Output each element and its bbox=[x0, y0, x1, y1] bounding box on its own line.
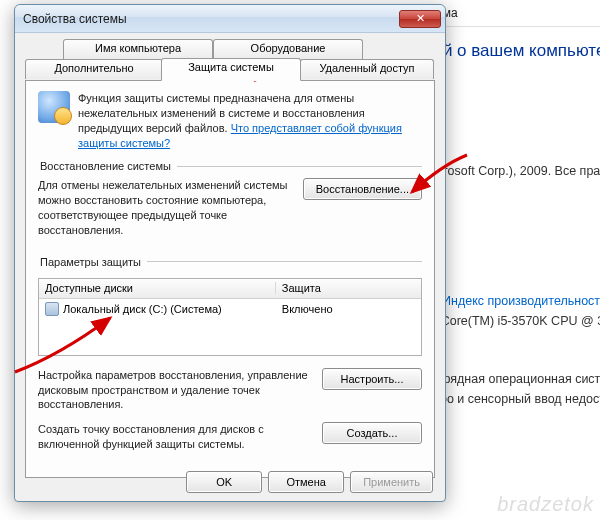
col-available-drives: Доступные диски bbox=[39, 282, 276, 294]
shield-restore-icon bbox=[38, 91, 70, 123]
button-label: Применить bbox=[363, 476, 420, 488]
col-protection: Защита bbox=[276, 282, 421, 294]
tab-system-protection[interactable]: Защита системы bbox=[161, 58, 301, 81]
tab-computer-name[interactable]: Имя компьютера bbox=[63, 39, 213, 59]
system-restore-button[interactable]: Восстановление... bbox=[303, 178, 422, 200]
intro-block: Функция защиты системы предназначена для… bbox=[38, 91, 422, 150]
close-icon: ✕ bbox=[416, 12, 425, 25]
performance-label: Индекс производительности W bbox=[442, 294, 600, 308]
dialog-body: Имя компьютера Оборудование Дополнительн… bbox=[15, 33, 445, 478]
bg-cpu: R) Core(TM) i5-3570K CPU @ 3.40 bbox=[424, 311, 600, 331]
restore-description: Для отмены нежелательных изменений систе… bbox=[38, 178, 293, 237]
drive-name: Локальный диск (C:) (Система) bbox=[63, 303, 222, 315]
tab-advanced[interactable]: Дополнительно bbox=[25, 59, 163, 79]
bg-pen-touch: Перо и сенсорный ввод недоступны bbox=[424, 389, 600, 409]
tab-label: Удаленный доступ bbox=[319, 62, 414, 74]
dialog-title: Свойства системы bbox=[23, 12, 399, 26]
tab-hardware[interactable]: Оборудование bbox=[213, 39, 363, 59]
disk-icon bbox=[45, 302, 59, 316]
protection-settings-legend: Параметры защиты bbox=[38, 256, 147, 268]
system-restore-legend: Восстановление системы bbox=[38, 160, 177, 172]
cancel-button[interactable]: Отмена bbox=[268, 471, 344, 493]
watermark: bradzetok bbox=[497, 493, 594, 516]
configure-button[interactable]: Настроить... bbox=[322, 368, 422, 390]
button-label: Восстановление... bbox=[316, 183, 409, 195]
performance-index-link[interactable]: Индекс производительности W bbox=[424, 291, 600, 311]
tab-strip: Имя компьютера Оборудование Дополнительн… bbox=[25, 39, 435, 81]
system-properties-dialog: Свойства системы ✕ Имя компьютера Оборуд… bbox=[14, 4, 446, 502]
button-label: Отмена bbox=[286, 476, 325, 488]
drive-list-header: Доступные диски Защита bbox=[39, 279, 421, 299]
dialog-action-bar: OK Отмена Применить bbox=[15, 471, 445, 493]
tab-label: Дополнительно bbox=[54, 62, 133, 74]
button-label: Создать... bbox=[347, 427, 398, 439]
tab-label: Имя компьютера bbox=[95, 42, 181, 54]
ok-button[interactable]: OK bbox=[186, 471, 262, 493]
create-restore-point-button[interactable]: Создать... bbox=[322, 422, 422, 444]
tab-label: Защита системы bbox=[188, 61, 274, 73]
bg-ram: ГБ bbox=[424, 331, 600, 351]
drive-protection-status: Включено bbox=[276, 303, 421, 315]
configure-description: Настройка параметров восстановления, упр… bbox=[38, 368, 312, 413]
protection-settings-group: Параметры защиты Доступные диски Защита … bbox=[38, 256, 422, 452]
button-label: Настроить... bbox=[341, 373, 404, 385]
create-description: Создать точку восстановления для дисков … bbox=[38, 422, 312, 452]
apply-button: Применить bbox=[350, 471, 433, 493]
tab-label: Оборудование bbox=[251, 42, 326, 54]
close-button[interactable]: ✕ bbox=[399, 10, 441, 28]
drive-list[interactable]: Доступные диски Защита Локальный диск (C… bbox=[38, 278, 422, 356]
tab-panel-system-protection: Функция защиты системы предназначена для… bbox=[25, 80, 435, 478]
system-restore-group: Восстановление системы Для отмены нежела… bbox=[38, 160, 422, 237]
intro-text: Функция защиты системы предназначена для… bbox=[78, 91, 422, 150]
button-label: OK bbox=[216, 476, 232, 488]
bg-copyright: Microsoft Corp.), 2009. Все права за bbox=[424, 161, 600, 181]
titlebar[interactable]: Свойства системы ✕ bbox=[15, 5, 445, 33]
tab-remote[interactable]: Удаленный доступ bbox=[300, 59, 434, 79]
table-row[interactable]: Локальный диск (C:) (Система) Включено bbox=[39, 299, 421, 319]
bg-os-type: разрядная операционная система bbox=[424, 369, 600, 389]
